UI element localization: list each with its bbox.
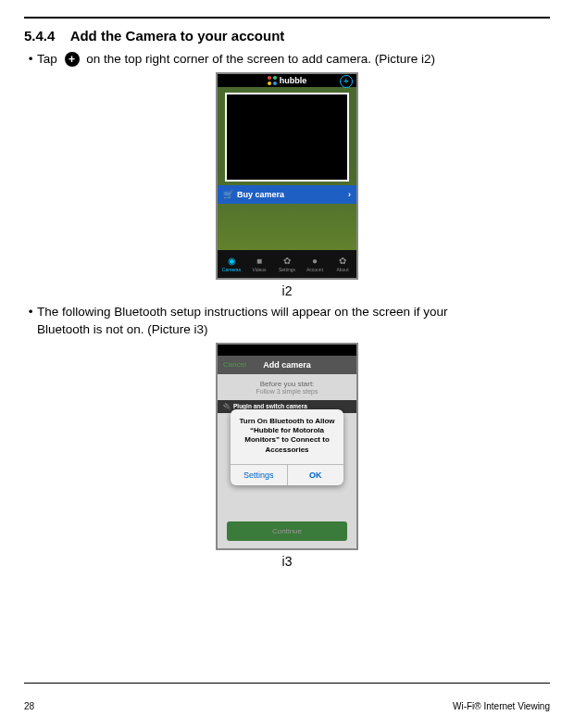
tab-cameras[interactable]: ◉ Cameras bbox=[218, 250, 245, 278]
alert-settings-button[interactable]: Settings bbox=[231, 465, 288, 485]
bluetooth-alert: Turn On Bluetooth to Allow “Hubble for M… bbox=[231, 409, 343, 486]
tab-label: Account bbox=[306, 267, 323, 272]
tab-label: About bbox=[336, 267, 348, 272]
video-preview bbox=[225, 93, 349, 182]
plug-icon: 🔌 bbox=[223, 403, 231, 410]
bullet2-line2: Bluetooth is not on. (Picture i3) bbox=[37, 322, 208, 336]
section-number: 5.4.4 bbox=[24, 28, 67, 44]
cancel-button[interactable]: Cancel bbox=[223, 360, 246, 369]
pre-start: Before you start: Follow 3 simple steps bbox=[218, 374, 356, 396]
section-title: Add the Camera to your account bbox=[70, 28, 285, 44]
tab-settings[interactable]: ✿ Settings bbox=[273, 250, 301, 278]
figure-i3: Cancel Add camera Before you start: Foll… bbox=[24, 343, 550, 569]
bullet-1-text: Tap + on the top right corner of the scr… bbox=[37, 51, 550, 69]
tab-label: Videos bbox=[252, 267, 266, 272]
about-icon: ✿ bbox=[339, 256, 346, 266]
top-rule bbox=[24, 17, 550, 19]
page-footer: 28 Wi-Fi® Internet Viewing bbox=[24, 701, 550, 711]
camera-icon: ◉ bbox=[228, 256, 236, 266]
bullet1-pre: Tap bbox=[37, 52, 57, 66]
tab-label: Cameras bbox=[222, 267, 241, 272]
add-camera-icon[interactable]: + bbox=[340, 75, 353, 88]
plus-icon: + bbox=[65, 52, 80, 67]
app-header: hubble + bbox=[218, 74, 356, 87]
add-camera-header: Cancel Add camera bbox=[218, 356, 356, 374]
phone-mock-1: hubble + 🛒 Buy camera › ◉ Cameras ■ bbox=[216, 72, 358, 280]
bullet-2: • The following Bluetooth setup instruct… bbox=[24, 304, 550, 339]
footer-label: Wi-Fi® Internet Viewing bbox=[453, 701, 550, 711]
tab-videos[interactable]: ■ Videos bbox=[245, 250, 273, 278]
video-icon: ■ bbox=[256, 256, 262, 266]
bullet-2-text: The following Bluetooth setup instructio… bbox=[37, 304, 550, 339]
caption-i2: i2 bbox=[24, 283, 550, 298]
chevron-right-icon: › bbox=[348, 190, 351, 199]
footer-rule bbox=[24, 683, 550, 684]
hubble-logo-text: hubble bbox=[280, 76, 307, 85]
section-heading: 5.4.4 Add the Camera to your account bbox=[24, 28, 550, 44]
account-icon: ● bbox=[312, 256, 318, 266]
buy-camera-row[interactable]: 🛒 Buy camera › bbox=[218, 185, 356, 204]
alert-ok-button[interactable]: OK bbox=[288, 465, 344, 485]
bullet-dot: • bbox=[24, 304, 37, 321]
bullet-dot: • bbox=[24, 51, 37, 69]
gear-icon: ✿ bbox=[283, 256, 291, 266]
page-number: 28 bbox=[24, 701, 34, 711]
bullet-1: • Tap + on the top right corner of the s… bbox=[24, 51, 550, 69]
cart-icon: 🛒 bbox=[223, 190, 233, 199]
tab-bar: ◉ Cameras ■ Videos ✿ Settings ● Account … bbox=[218, 250, 356, 278]
alert-message: Turn On Bluetooth to Allow “Hubble for M… bbox=[231, 409, 343, 465]
bullet2-line1: The following Bluetooth setup instructio… bbox=[37, 305, 448, 319]
caption-i3: i3 bbox=[24, 554, 550, 569]
tab-account[interactable]: ● Account bbox=[301, 250, 329, 278]
buy-label: Buy camera bbox=[237, 190, 284, 199]
header-title: Add camera bbox=[263, 360, 311, 370]
continue-button[interactable]: Continue bbox=[227, 521, 347, 541]
hubble-logo: hubble bbox=[268, 76, 307, 85]
figure-i2: hubble + 🛒 Buy camera › ◉ Cameras ■ bbox=[24, 72, 550, 298]
tab-about[interactable]: ✿ About bbox=[329, 250, 356, 278]
phone-mock-2: Cancel Add camera Before you start: Foll… bbox=[216, 343, 358, 550]
pre-title: Before you start: bbox=[225, 380, 349, 388]
status-bar bbox=[218, 345, 356, 356]
tab-label: Settings bbox=[279, 267, 295, 272]
bullet1-post: on the top right corner of the screen to… bbox=[86, 52, 435, 66]
hubble-logo-icon bbox=[268, 76, 277, 85]
pre-sub: Follow 3 simple steps bbox=[225, 388, 349, 395]
